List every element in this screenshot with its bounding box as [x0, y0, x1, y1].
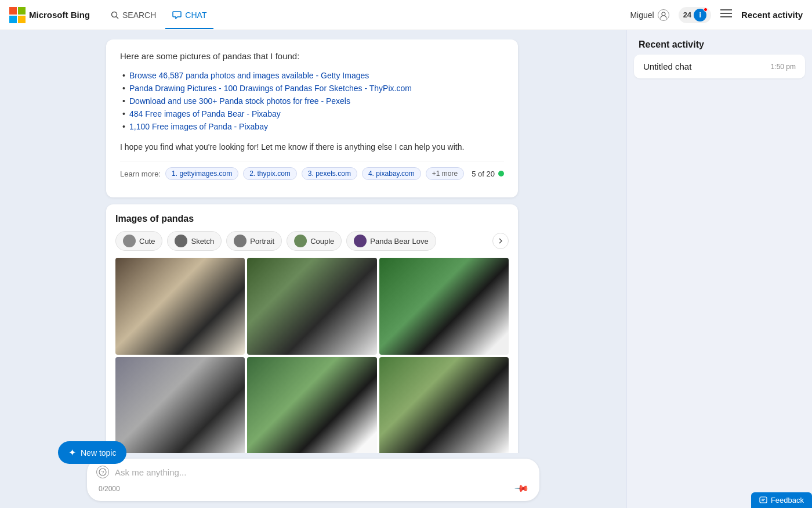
chat-icon — [172, 11, 182, 19]
learn-more-tag-3[interactable]: 3. pexels.com — [302, 167, 357, 180]
svg-line-5 — [117, 16, 119, 19]
panda-image-3[interactable] — [379, 258, 509, 355]
main-nav: SEARCH CHAT — [104, 7, 213, 23]
filter-couple-icon — [294, 235, 307, 247]
learn-more-tag-2[interactable]: 2. thypix.com — [243, 167, 297, 180]
learn-more-row: Learn more: 1. gettyimages.com 2. thypix… — [120, 161, 504, 186]
input-row: ? — [96, 466, 530, 478]
panda-image-6[interactable] — [379, 357, 509, 453]
panda-image-5[interactable] — [247, 357, 376, 453]
nav-search[interactable]: SEARCH — [104, 7, 163, 23]
nav-chat-label: CHAT — [185, 10, 206, 20]
menu-button[interactable] — [720, 9, 732, 21]
chat-area: Here are some pictures of pandas that I … — [0, 30, 626, 508]
notification-dot — [704, 8, 708, 12]
filter-next-arrow[interactable] — [492, 233, 509, 249]
filter-couple-label: Couple — [310, 237, 334, 246]
reward-badge[interactable]: 24 i — [679, 7, 711, 23]
list-item: Panda Drawing Pictures - 100 Drawings of… — [120, 82, 504, 95]
panda-image-1[interactable] — [115, 258, 245, 355]
panda-image-grid — [115, 258, 509, 453]
list-item: 1,100 Free images of Panda - Pixabay — [120, 120, 504, 133]
images-section: Images of pandas Cute Sketch Portrait — [106, 204, 518, 453]
sidebar-header: Recent activity — [627, 30, 812, 55]
new-topic-label: New topic — [81, 448, 116, 457]
link-list: Browse 46,587 panda photos and images av… — [120, 69, 504, 133]
chat-input[interactable] — [115, 467, 530, 477]
hamburger-icon — [720, 9, 732, 18]
sidebar-chat-time: 1:50 pm — [771, 63, 796, 71]
sidebar: Recent activity Untitled chat 1:50 pm — [626, 30, 812, 508]
filter-pandabearlove-icon — [354, 235, 367, 247]
images-title: Images of pandas — [115, 214, 509, 224]
feedback-label: Feedback — [771, 496, 804, 505]
page-indicator: 5 of 20 — [472, 170, 504, 178]
filter-cute[interactable]: Cute — [115, 231, 162, 251]
logo-text: Microsoft Bing — [29, 10, 90, 20]
link-1[interactable]: Browse 46,587 panda photos and images av… — [129, 71, 369, 80]
person-icon — [659, 11, 668, 19]
chevron-right-icon — [498, 238, 503, 244]
response-card: Here are some pictures of pandas that I … — [106, 39, 518, 197]
input-box: ? 0/2000 📌 — [87, 459, 539, 501]
recent-activity-button[interactable]: Recent activity — [741, 10, 803, 20]
filter-sketch-label: Sketch — [191, 237, 214, 246]
list-item: Download and use 300+ Panda stock photos… — [120, 95, 504, 107]
feedback-button[interactable]: Feedback — [751, 492, 812, 508]
filter-portrait[interactable]: Portrait — [226, 231, 282, 251]
learn-more-tag-4[interactable]: 4. pixabay.com — [362, 167, 421, 180]
user-area[interactable]: Miguel — [630, 9, 669, 21]
char-count: 0/2000 — [99, 485, 120, 493]
filter-pandabearlove-label: Panda Bear Love — [370, 237, 428, 246]
chat-scroll[interactable]: Here are some pictures of pandas that I … — [9, 39, 617, 453]
status-dot — [498, 171, 504, 176]
header-right: Miguel 24 i Recent activity — [630, 7, 803, 23]
logo[interactable]: Microsoft Bing — [9, 7, 90, 23]
sidebar-title: Recent activity — [639, 39, 704, 50]
link-3[interactable]: Download and use 300+ Panda stock photos… — [129, 96, 350, 106]
new-topic-button[interactable]: ✦ New topic — [58, 441, 126, 464]
nav-chat[interactable]: CHAT — [165, 7, 213, 23]
response-intro: Here are some pictures of pandas that I … — [120, 51, 504, 61]
response-footer: I hope you find what you're looking for!… — [120, 142, 504, 152]
main-content: Here are some pictures of pandas that I … — [0, 30, 812, 508]
user-avatar-icon — [658, 9, 669, 21]
nav-search-label: SEARCH — [122, 10, 156, 20]
filter-cute-label: Cute — [139, 237, 155, 246]
filter-portrait-icon — [234, 235, 246, 247]
feedback-icon — [759, 496, 767, 505]
svg-text:?: ? — [101, 470, 104, 475]
reward-count: 24 — [683, 10, 691, 19]
svg-rect-0 — [9, 7, 17, 15]
svg-point-6 — [662, 12, 665, 16]
panda-image-2[interactable] — [247, 258, 376, 355]
link-4[interactable]: 484 Free images of Panda Bear - Pixabay — [129, 109, 281, 118]
header: Microsoft Bing SEARCH CHAT Miguel 24 i — [0, 0, 812, 30]
link-5[interactable]: 1,100 Free images of Panda - Pixabay — [129, 122, 268, 131]
filter-portrait-label: Portrait — [250, 237, 274, 246]
microsoft-bing-logo — [9, 7, 26, 23]
sidebar-chat-item[interactable]: Untitled chat 1:50 pm — [634, 55, 805, 78]
learn-more-plus[interactable]: +1 more — [426, 167, 464, 180]
svg-rect-1 — [18, 7, 26, 15]
svg-rect-3 — [18, 16, 26, 23]
filter-pandabearlove[interactable]: Panda Bear Love — [346, 231, 436, 251]
input-attachment-icon[interactable]: ? — [96, 466, 109, 478]
svg-point-4 — [112, 12, 117, 17]
learn-more-label: Learn more: — [120, 170, 161, 178]
filter-couple[interactable]: Couple — [287, 231, 342, 251]
user-name: Miguel — [630, 10, 654, 20]
spark-icon: ✦ — [68, 447, 76, 458]
svg-rect-2 — [9, 16, 17, 23]
learn-more-tag-1[interactable]: 1. gettyimages.com — [165, 167, 238, 180]
list-item: Browse 46,587 panda photos and images av… — [120, 69, 504, 82]
input-meta: 0/2000 📌 — [96, 483, 530, 494]
panda-image-4[interactable] — [115, 357, 245, 453]
reward-icon: i — [694, 9, 706, 21]
filter-sketch[interactable]: Sketch — [167, 231, 222, 251]
filter-cute-icon — [123, 235, 136, 247]
link-2[interactable]: Panda Drawing Pictures - 100 Drawings of… — [129, 84, 412, 93]
pin-icon[interactable]: 📌 — [514, 481, 530, 497]
filter-sketch-icon — [175, 235, 187, 247]
list-item: 484 Free images of Panda Bear - Pixabay — [120, 107, 504, 120]
